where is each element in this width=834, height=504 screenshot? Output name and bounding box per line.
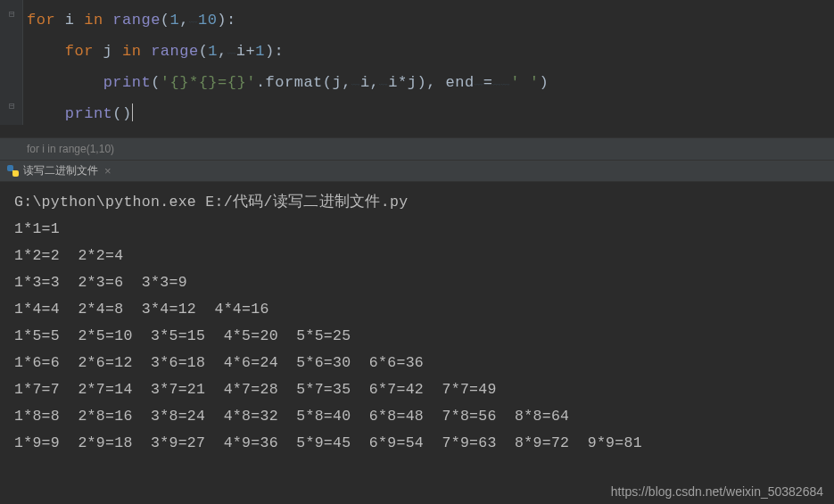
python-file-icon xyxy=(7,165,19,177)
console-tab-bar: 读写二进制文件 × xyxy=(0,161,834,182)
tab-label: 读写二进制文件 xyxy=(23,163,98,178)
fold-end-icon[interactable]: ⊟ xyxy=(9,100,15,112)
console-line: 1*8=8 2*8=16 3*8=24 4*8=32 5*8=40 6*8=48… xyxy=(14,403,834,430)
close-icon[interactable]: × xyxy=(104,164,111,178)
gutter: ⊟ ⊟ xyxy=(0,0,23,125)
breadcrumb-text: for i in range(1,10) xyxy=(27,143,114,155)
console-line: 1*3=3 2*3=6 3*3=9 xyxy=(14,269,834,296)
fold-start-icon[interactable]: ⊟ xyxy=(9,8,15,20)
breadcrumb[interactable]: for i in range(1,10) xyxy=(0,137,834,161)
code-editor[interactable]: ⊟ ⊟ for i in range(1,﹏10): for j in rang… xyxy=(0,0,834,137)
console-line: 1*6=6 2*6=12 3*6=18 4*6=24 5*6=30 6*6=36 xyxy=(14,350,834,376)
console-line: 1*9=9 2*9=18 3*9=27 4*9=36 5*9=45 6*9=54… xyxy=(14,430,834,457)
code-line[interactable]: for i in range(1,﹏10): xyxy=(27,5,834,37)
text-cursor xyxy=(132,103,133,121)
tab-run-file[interactable]: 读写二进制文件 × xyxy=(0,161,119,181)
console-line: 1*5=5 2*5=10 3*5=15 4*5=20 5*5=25 xyxy=(14,323,834,350)
console-output[interactable]: G:\python\python.exe E:/代码/读写二进制文件.py 1*… xyxy=(0,182,834,457)
console-line: 1*4=4 2*4=8 3*4=12 4*4=16 xyxy=(14,296,834,323)
code-line[interactable]: print('{}*{}={}'.format(j,﹏i,﹏i*j), end﹏… xyxy=(27,68,834,99)
code-block[interactable]: for i in range(1,﹏10): for j in range(1,… xyxy=(0,0,834,137)
console-line: 1*2=2 2*2=4 xyxy=(14,243,834,269)
code-line[interactable]: for j in range(1,﹏i+1): xyxy=(27,37,834,68)
code-line[interactable]: print() xyxy=(27,99,834,128)
console-command: G:\python\python.exe E:/代码/读写二进制文件.py xyxy=(14,189,834,216)
console-line: 1*7=7 2*7=14 3*7=21 4*7=28 5*7=35 6*7=42… xyxy=(14,376,834,403)
console-line: 1*1=1 xyxy=(14,216,834,243)
watermark-text: https://blog.csdn.net/weixin_50382684 xyxy=(611,484,823,499)
